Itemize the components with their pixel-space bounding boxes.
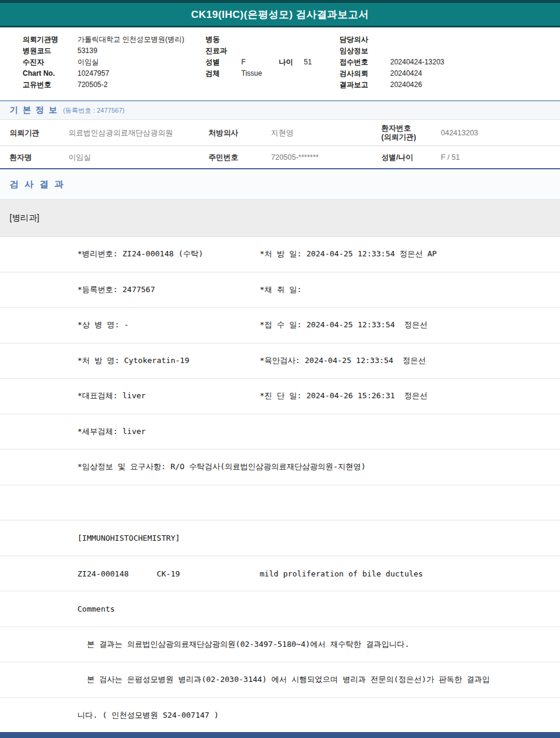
label-requesting-org: 의뢰기관 [10, 128, 39, 137]
field-label: 병원코드 [23, 45, 77, 57]
result-left: *병리번호: ZI24-000148 (수탁) [77, 249, 203, 259]
value-patient-no: 042413203 [441, 128, 478, 137]
field-unique-no: 고유번호720505-2 [23, 79, 184, 91]
patient-header-col-right: 담당의사 임상정보 접수번호20240424-13203 검사의뢰2024042… [340, 34, 444, 91]
result-left: 니다. ( 인천성모병원 S24-007147 ) [77, 710, 219, 721]
result-row-ihc-result: ZI24-000148 CK-19mild proliferation of b… [0, 556, 560, 592]
field-label: 성별 [206, 57, 241, 68]
field-label: 접수번호 [340, 57, 390, 68]
footer-bar [0, 732, 560, 738]
basic-info-title: 기 본 정 보 [10, 105, 58, 116]
result-row: *병리번호: ZI24-000148 (수탁)*처 방 일: 2024-04-2… [0, 237, 560, 272]
value-sex-age: F / 51 [441, 153, 460, 162]
field-attending-doctor: 담당의사 [340, 34, 444, 45]
result-left: *처 방 명: Cytokeratin-19 [77, 355, 189, 366]
field-clinical-info: 임상정보 [340, 45, 444, 57]
result-row-comment: 본 검사는 은평성모병원 병리과(02-2030-3144) 에서 시행되었으며… [0, 662, 560, 698]
value-requesting-org: 의료법인삼광의료재단삼광의원 [69, 128, 173, 137]
field-label: 고유번호 [23, 79, 77, 91]
basic-info-row-1: 의뢰기관 의료법인삼광의료재단삼광의원 처방의사 지현영 환자번호 (의뢰기관)… [0, 120, 560, 146]
result-row: *대표검체: liver*진 단 일: 2024-04-26 15:26:31 … [0, 379, 560, 414]
field-specimen: 검체Tissue [206, 68, 312, 79]
field-value: 이임실 [77, 58, 99, 66]
field-label: 수진자 [23, 57, 77, 68]
field-label: 병동 [206, 34, 241, 45]
result-section-title: 검 사 결 과 [10, 179, 66, 190]
field-report-date: 결과보고20240426 [340, 79, 444, 91]
field-value: Tissue [241, 69, 262, 77]
result-row-comment: 니다. ( 인천성모병원 S24-007147 ) [0, 698, 560, 734]
field-value: 53139 [77, 46, 97, 55]
result-right: mild proliferation of bile ductules [260, 569, 423, 578]
field-label: 담당의사 [340, 34, 390, 45]
field-value-age: 51 [304, 58, 312, 66]
field-value: 720505-2 [77, 80, 108, 89]
field-label: 진료과 [206, 45, 241, 57]
field-label: Chart No. [23, 68, 77, 79]
field-label: 검사의뢰 [340, 68, 390, 79]
field-order-date: 검사의뢰20240424 [340, 68, 444, 79]
result-left: *임상정보 및 요구사항: R/O 수탁검사(의료법인삼광의료재단삼광의원-지현… [77, 461, 366, 472]
department-band: [병리과] [0, 200, 560, 237]
department-label: [병리과] [10, 213, 39, 224]
result-row: *세부검체: liver [0, 414, 560, 450]
label-patient-name: 환자명 [10, 153, 32, 162]
result-left: *등록번호: 2477567 [77, 284, 155, 295]
field-label: 의뢰기관명 [23, 34, 77, 45]
result-left: *대표검체: liver [77, 390, 146, 401]
field-value: 가톨릭대학교 인천성모병원(병리) [77, 35, 184, 44]
result-left: [IMMUNOHISTOCHEMISTRY] [77, 534, 180, 542]
result-left: *세부검체: liver [77, 426, 146, 437]
result-left: 본 검사는 은평성모병원 병리과(02-2030-3144) 에서 시행되었으며… [77, 674, 490, 685]
result-right: *처 방 일: 2024-04-25 12:33:54 정은선 AP [260, 249, 437, 259]
field-value: 20240424 [390, 69, 422, 77]
label-patient-no: 환자번호 (의뢰기관) [381, 124, 416, 142]
patient-header-col-left: 의뢰기관명가톨릭대학교 인천성모병원(병리) 병원코드53139 수진자이임실 … [23, 34, 184, 91]
report-title: CK19(IHC)(은평성모) 검사결과보고서 [191, 8, 369, 21]
basic-info-row-2: 환자명 이임실 주민번호 720505-******* 성별/나이 F / 51 [0, 146, 560, 168]
report-title-bar: CK19(IHC)(은평성모) 검사결과보고서 [0, 0, 560, 27]
field-value: 20240424-13203 [390, 58, 444, 66]
field-hospital-code: 병원코드53139 [23, 45, 184, 57]
result-section-header: 검 사 결 과 [0, 169, 560, 200]
label-sex-age: 성별/나이 [381, 153, 413, 162]
field-accession-no: 접수번호20240424-13203 [340, 57, 444, 68]
patient-header: 의뢰기관명가톨릭대학교 인천성모병원(병리) 병원코드53139 수진자이임실 … [0, 27, 560, 100]
result-left: 본 결과는 의료법인삼광의료재단삼광의원(02-3497-5180~4)에서 재… [77, 639, 409, 650]
result-row: *상 병 명: -*접 수 일: 2024-04-25 12:33:54 정은선 [0, 308, 560, 343]
field-examinee: 수진자이임실 [23, 57, 184, 68]
report-page: CK19(IHC)(은평성모) 검사결과보고서 의뢰기관명가톨릭대학교 인천성모… [0, 0, 560, 738]
result-right: *채 취 일: [260, 284, 301, 295]
field-value: 20240426 [390, 80, 422, 89]
result-row-comment: 본 결과는 의료법인삼광의료재단삼광의원(02-3497-5180~4)에서 재… [0, 627, 560, 663]
field-requesting-org: 의뢰기관명가톨릭대학교 인천성모병원(병리) [23, 34, 184, 45]
result-right: *접 수 일: 2024-04-25 12:33:54 정은선 [260, 320, 428, 330]
label-prescribing-doctor: 처방의사 [209, 128, 238, 137]
result-right: *진 단 일: 2024-04-26 15:26:31 정은선 [260, 390, 428, 401]
result-rows: *병리번호: ZI24-000148 (수탁)*처 방 일: 2024-04-2… [0, 237, 560, 733]
field-value: 10247957 [77, 69, 109, 77]
field-value-sex: F [241, 57, 279, 68]
field-label: 임상정보 [340, 45, 390, 57]
result-row: *임상정보 및 요구사항: R/O 수탁검사(의료법인삼광의료재단삼광의원-지현… [0, 449, 560, 485]
field-label: 검체 [206, 68, 241, 79]
result-left: *상 병 명: - [77, 320, 129, 330]
value-prescribing-doctor: 지현영 [271, 128, 294, 137]
result-row: *등록번호: 2477567*채 취 일: [0, 272, 560, 308]
value-patient-name: 이임실 [69, 153, 91, 162]
patient-header-col-middle: 병동 진료과 성별F나이51 검체Tissue [206, 34, 312, 79]
value-resident-no: 720505-******* [271, 153, 319, 162]
result-left: Comments [77, 604, 115, 613]
field-ward: 병동 [206, 34, 312, 45]
field-chart-no: Chart No.10247957 [23, 68, 184, 79]
result-row: *처 방 명: Cytokeratin-19*육안검사: 2024-04-25 … [0, 343, 560, 379]
result-row-comments-header: Comments [0, 591, 560, 627]
field-sex-age: 성별F나이51 [206, 57, 312, 68]
label-resident-no: 주민번호 [209, 153, 238, 162]
field-department: 진료과 [206, 45, 312, 57]
basic-info-section-header: 기 본 정 보 (등록번호 : 2477567) [0, 100, 560, 120]
result-row-ihc-header: [IMMUNOHISTOCHEMISTRY] [0, 520, 560, 556]
field-label-age: 나이 [279, 57, 304, 68]
result-left: ZI24-000148 CK-19 [77, 569, 180, 578]
result-right: *육안검사: 2024-04-25 12:33:54 정은선 [260, 355, 426, 366]
